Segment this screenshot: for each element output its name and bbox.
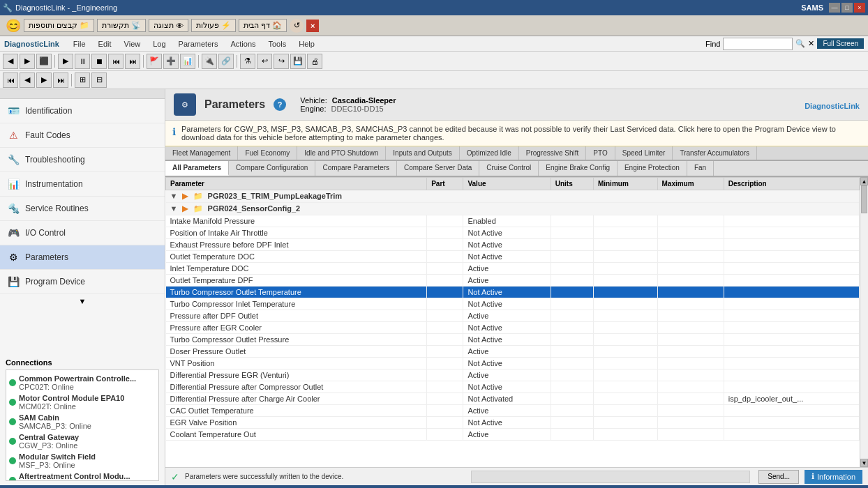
table-row[interactable]: Turbo Compressor Outlet Pressure Not Act…: [166, 334, 860, 346]
table-row[interactable]: Outlet Temperature DOC Not Active: [166, 251, 860, 263]
table-row[interactable]: Inlet Temperature DOC Active: [166, 263, 860, 275]
table-row[interactable]: ▼ ▶ 📁 PGR023_E_TRIM_PumpLeakageTrim: [166, 190, 860, 203]
tab-inputs-outputs[interactable]: Inputs and Outputs: [386, 146, 460, 160]
value-cell[interactable]: Active: [463, 263, 551, 275]
close-button[interactable]: ×: [854, 3, 865, 13]
tb2-skip-start[interactable]: ⏮: [3, 73, 18, 88]
tab-fuel-economy[interactable]: Fuel Economy: [238, 146, 297, 160]
tab-optimized-idle[interactable]: Optimized Idle: [460, 146, 519, 160]
menu-parameters[interactable]: Parameters: [173, 38, 224, 49]
information-button[interactable]: ℹ Information: [805, 470, 862, 484]
disconnect-button[interactable]: 🔗: [218, 54, 234, 69]
table-row[interactable]: VNT Position Not Active: [166, 358, 860, 369]
find-icon[interactable]: 🔍: [795, 39, 805, 48]
send-button[interactable]: Send...: [758, 470, 799, 484]
expand-icon[interactable]: ▼: [170, 204, 178, 213]
table-row[interactable]: Exhaust Pressure before DPF Inlet Not Ac…: [166, 239, 860, 251]
table-row[interactable]: Pressure after DPF Outlet Active: [166, 310, 860, 322]
table-scrollbar[interactable]: ▲ ▼: [860, 177, 868, 467]
pause-button[interactable]: ⏸: [75, 54, 90, 69]
filter-button[interactable]: 🚩: [147, 54, 162, 69]
table-row[interactable]: Differential Pressure EGR (Venturi) Acti…: [166, 369, 860, 381]
tab-pto[interactable]: PTO: [586, 146, 615, 160]
table-row[interactable]: Position of Intake Air Throttle Not Acti…: [166, 227, 860, 239]
conn-acm[interactable]: Aftertreatment Control Modu... ACM02T: O…: [9, 471, 156, 481]
menu-log[interactable]: Log: [147, 38, 171, 49]
menu-help[interactable]: Help: [293, 38, 320, 49]
sidebar-expand-arrow[interactable]: ▼: [0, 294, 165, 308]
tb2-skip-end[interactable]: ⏭: [53, 73, 68, 88]
sidebar-item-parameters[interactable]: ⚙ Parameters: [0, 245, 165, 270]
play-button[interactable]: ▶: [58, 54, 73, 69]
tab-fleet-management[interactable]: Fleet Management: [165, 146, 238, 160]
value-cell[interactable]: Not Active: [463, 417, 551, 429]
tab-transfer-accumulators[interactable]: Transfer Accumulators: [673, 146, 757, 160]
sidebar-item-fault-codes[interactable]: ⚠ Fault Codes: [0, 123, 165, 148]
scroll-up-button[interactable]: ▲: [860, 177, 868, 185]
tab-engine-protection[interactable]: Engine Protection: [618, 161, 687, 176]
sidebar-item-identification[interactable]: 🪪 Identification: [0, 99, 165, 123]
find-clear-icon[interactable]: ✕: [808, 39, 814, 48]
scroll-track[interactable]: [860, 185, 868, 459]
tab-compare-parameters[interactable]: Compare Parameters: [315, 161, 397, 176]
conn-cgw[interactable]: Central Gateway CGW_P3: Online: [9, 432, 156, 451]
save-button[interactable]: 💾: [290, 54, 306, 69]
conn-cpc[interactable]: Common Powertrain Controlle... CPC02T: O…: [9, 373, 156, 392]
chart-button[interactable]: 📊: [180, 54, 195, 69]
sidebar-item-program-device[interactable]: 💾 Program Device: [0, 270, 165, 294]
table-row[interactable]: Turbo Compressor Inlet Temperature Not A…: [166, 298, 860, 310]
value-cell[interactable]: Active: [463, 346, 551, 358]
face-icon[interactable]: 😊: [6, 18, 21, 33]
connect-button[interactable]: 🔌: [202, 54, 217, 69]
forward-button[interactable]: ▶: [20, 54, 35, 69]
back-button[interactable]: ◀: [3, 54, 18, 69]
sidebar-item-instrumentation[interactable]: 📊 Instrumentation: [0, 172, 165, 197]
tab-compare-config[interactable]: Compare Configuration: [229, 161, 315, 176]
minimize-button[interactable]: —: [829, 3, 840, 13]
value-cell[interactable]: Active: [463, 429, 551, 441]
value-cell[interactable]: Active: [463, 369, 551, 381]
browser-item-actions[interactable]: ⚡ פעולות: [191, 19, 236, 32]
scroll-down-button[interactable]: ▼: [860, 459, 868, 467]
table-wrapper[interactable]: Parameter Part Value Units Minimum Maxim…: [165, 177, 860, 467]
value-cell[interactable]: Not Active: [463, 322, 551, 334]
value-cell[interactable]: Not Active: [463, 334, 551, 346]
table-row[interactable]: Coolant Temperature Out Active: [166, 429, 860, 441]
redo-button[interactable]: ↪: [274, 54, 289, 69]
params-help-button[interactable]: ?: [274, 98, 286, 111]
value-cell[interactable]: Active: [463, 275, 551, 287]
browser-item-home[interactable]: 🏠 דף הבית: [239, 19, 287, 32]
table-row[interactable]: Turbo Compressor Outlet Temperature Not …: [166, 287, 860, 298]
table-row[interactable]: CAC Outlet Temperature Active: [166, 405, 860, 417]
value-cell[interactable]: Not Active: [463, 298, 551, 310]
record-button[interactable]: ⏹: [91, 54, 107, 69]
undo-button[interactable]: ↩: [257, 54, 272, 69]
browser-close-button[interactable]: ×: [306, 20, 319, 32]
menu-actions[interactable]: Actions: [225, 38, 261, 49]
table-row[interactable]: Differential Pressure after Charge Air C…: [166, 393, 860, 405]
tab-all-parameters[interactable]: All Parameters: [165, 161, 229, 176]
value-cell[interactable]: Active: [463, 310, 551, 322]
tab-progressive-shift[interactable]: Progressive Shift: [519, 146, 587, 160]
conn-mcm[interactable]: Motor Control Module EPA10 MCM02T: Onlin…: [9, 392, 156, 412]
value-cell[interactable]: Not Active: [463, 251, 551, 263]
scroll-thumb[interactable]: [861, 185, 867, 213]
table-row[interactable]: ▼ ▶ 📁 PGR024_SensorConfig_2: [166, 203, 860, 215]
tab-speed-limiter[interactable]: Speed Limiter: [615, 146, 673, 160]
stop-button[interactable]: ⬛: [36, 54, 52, 69]
add-button[interactable]: ➕: [163, 54, 179, 69]
sidebar-item-service-routines[interactable]: 🔩 Service Routines: [0, 197, 165, 221]
tb2-expand[interactable]: ⊞: [75, 73, 90, 88]
table-row[interactable]: Intake Manifold Pressure Enabled: [166, 215, 860, 227]
value-cell[interactable]: Active: [463, 405, 551, 417]
sidebar-item-io-control[interactable]: 🎮 I/O Control: [0, 221, 165, 245]
value-cell[interactable]: Not Active: [463, 358, 551, 369]
prev-button[interactable]: ⏮: [108, 54, 124, 69]
tab-fan[interactable]: Fan: [687, 161, 714, 176]
tb2-next[interactable]: ▶: [36, 73, 52, 88]
value-cell[interactable]: Not Active: [463, 381, 551, 393]
table-row[interactable]: Differential Pressure after Compressor O…: [166, 381, 860, 393]
tab-idle-pto[interactable]: Idle and PTO Shutdown: [297, 146, 386, 160]
tab-engine-brake[interactable]: Engine Brake Config: [539, 161, 618, 176]
table-row[interactable]: Doser Pressure Outlet Active: [166, 346, 860, 358]
